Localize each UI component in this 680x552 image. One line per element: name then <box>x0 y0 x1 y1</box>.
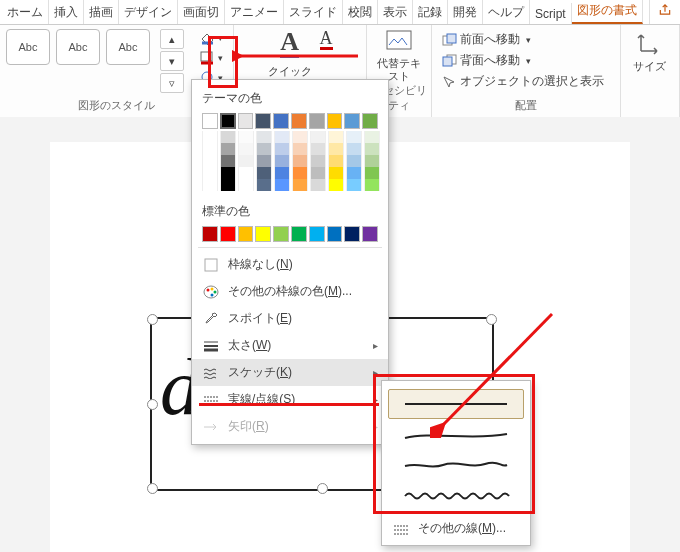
tab-review[interactable]: 校閲 <box>343 0 378 24</box>
standard-swatch[interactable] <box>362 226 378 242</box>
shade-swatch[interactable] <box>292 179 308 191</box>
shade-swatch[interactable] <box>256 143 272 155</box>
tab-shape-format[interactable]: 図形の書式 <box>572 0 643 24</box>
shade-swatch[interactable] <box>328 143 344 155</box>
shade-swatch[interactable] <box>292 143 308 155</box>
tab-design[interactable]: デザイン <box>119 0 178 24</box>
tab-animations[interactable]: アニメー <box>225 0 284 24</box>
shade-swatch[interactable] <box>220 167 236 179</box>
shade-swatch[interactable] <box>310 143 326 155</box>
standard-swatch[interactable] <box>202 226 218 242</box>
shade-swatch[interactable] <box>346 143 362 155</box>
alt-text-icon[interactable] <box>385 29 413 55</box>
shade-swatch[interactable] <box>274 179 290 191</box>
standard-swatch[interactable] <box>291 226 307 242</box>
shade-swatch[interactable] <box>292 155 308 167</box>
standard-swatch[interactable] <box>255 226 271 242</box>
text-fill-icon[interactable]: A <box>280 29 299 58</box>
standard-swatch[interactable] <box>344 226 360 242</box>
shade-swatch[interactable] <box>238 143 254 155</box>
shade-swatch[interactable] <box>202 179 218 191</box>
standard-swatch[interactable] <box>238 226 254 242</box>
shade-swatch[interactable] <box>310 155 326 167</box>
shade-swatch[interactable] <box>274 143 290 155</box>
standard-swatch[interactable] <box>220 226 236 242</box>
shade-swatch[interactable] <box>202 131 218 143</box>
theme-swatch[interactable] <box>202 113 218 129</box>
shade-swatch[interactable] <box>292 131 308 143</box>
sketch-option-straight[interactable] <box>388 389 524 419</box>
shade-swatch[interactable] <box>238 179 254 191</box>
more-colors-item[interactable]: その他の枠線の色(M)... <box>192 278 388 305</box>
shade-swatch[interactable] <box>310 167 326 179</box>
theme-swatch[interactable] <box>255 113 271 129</box>
shape-fill-button[interactable]: ▾ <box>196 29 227 47</box>
standard-swatch[interactable] <box>309 226 325 242</box>
theme-swatch[interactable] <box>291 113 307 129</box>
shade-swatch[interactable] <box>292 167 308 179</box>
gallery-down-button[interactable]: ▾ <box>160 51 184 71</box>
shade-swatch[interactable] <box>220 131 236 143</box>
shade-swatch[interactable] <box>238 131 254 143</box>
selection-pane-button[interactable]: オブジェクトの選択と表示 <box>438 71 608 92</box>
shade-swatch[interactable] <box>328 155 344 167</box>
standard-swatch[interactable] <box>273 226 289 242</box>
send-backward-button[interactable]: 背面へ移動▾ <box>438 50 535 71</box>
shade-swatch[interactable] <box>310 179 326 191</box>
shade-swatch[interactable] <box>274 131 290 143</box>
shade-swatch[interactable] <box>364 131 380 143</box>
tab-help[interactable]: ヘルプ <box>483 0 530 24</box>
tab-transitions[interactable]: 画面切 <box>178 0 225 24</box>
style-preset-3[interactable]: Abc <box>106 29 150 65</box>
shade-swatch[interactable] <box>220 155 236 167</box>
sketch-option-freehand[interactable] <box>388 451 524 479</box>
tab-view[interactable]: 表示 <box>378 0 413 24</box>
standard-swatch[interactable] <box>327 226 343 242</box>
shade-swatch[interactable] <box>346 131 362 143</box>
tab-home[interactable]: ホーム <box>2 0 49 24</box>
theme-swatch[interactable] <box>273 113 289 129</box>
gallery-up-button[interactable]: ▴ <box>160 29 184 49</box>
shade-swatch[interactable] <box>202 167 218 179</box>
shade-swatch[interactable] <box>256 179 272 191</box>
shade-swatch[interactable] <box>256 131 272 143</box>
theme-swatch[interactable] <box>344 113 360 129</box>
shade-swatch[interactable] <box>202 155 218 167</box>
sketch-more-lines-item[interactable]: その他の線(M)... <box>388 513 524 539</box>
shade-swatch[interactable] <box>364 179 380 191</box>
shade-swatch[interactable] <box>238 155 254 167</box>
sketch-option-scribble[interactable] <box>388 481 524 509</box>
theme-swatch[interactable] <box>362 113 378 129</box>
weight-item[interactable]: 太さ(W)▸ <box>192 332 388 359</box>
shade-swatch[interactable] <box>364 155 380 167</box>
shade-swatch[interactable] <box>346 167 362 179</box>
shade-swatch[interactable] <box>364 167 380 179</box>
shade-swatch[interactable] <box>328 179 344 191</box>
tab-draw[interactable]: 描画 <box>84 0 119 24</box>
shade-swatch[interactable] <box>220 143 236 155</box>
shade-swatch[interactable] <box>238 167 254 179</box>
shade-swatch[interactable] <box>256 155 272 167</box>
theme-swatch[interactable] <box>220 113 236 129</box>
shade-swatch[interactable] <box>364 143 380 155</box>
tab-script[interactable]: Script <box>530 3 572 24</box>
bring-forward-button[interactable]: 前面へ移動▾ <box>438 29 535 50</box>
style-preset-1[interactable]: Abc <box>6 29 50 65</box>
shade-swatch[interactable] <box>346 155 362 167</box>
text-outline-button[interactable]: A <box>320 29 333 50</box>
no-outline-item[interactable]: 枠線なし(N) <box>192 251 388 278</box>
shade-swatch[interactable] <box>256 167 272 179</box>
tab-slideshow[interactable]: スライド <box>284 0 343 24</box>
shade-swatch[interactable] <box>274 167 290 179</box>
shade-swatch[interactable] <box>328 131 344 143</box>
tab-developer[interactable]: 開発 <box>448 0 483 24</box>
theme-swatch[interactable] <box>327 113 343 129</box>
style-preset-2[interactable]: Abc <box>56 29 100 65</box>
shade-swatch[interactable] <box>274 155 290 167</box>
size-icon[interactable] <box>637 29 663 55</box>
eyedropper-item[interactable]: スポイト(E) <box>192 305 388 332</box>
tab-record[interactable]: 記録 <box>413 0 448 24</box>
theme-swatch[interactable] <box>238 113 254 129</box>
theme-swatch[interactable] <box>309 113 325 129</box>
share-button[interactable] <box>649 0 680 24</box>
